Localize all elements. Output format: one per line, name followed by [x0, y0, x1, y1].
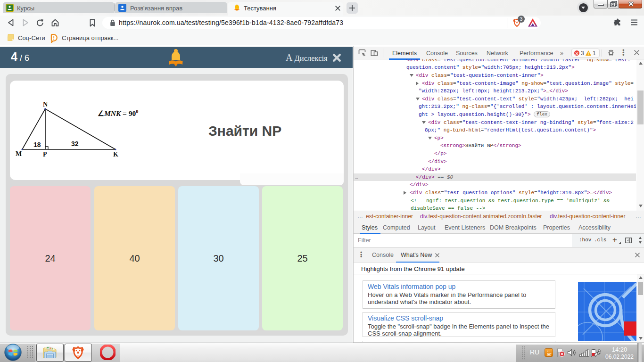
svg-text:N: N	[43, 101, 48, 108]
svg-text:P: P	[43, 151, 47, 158]
svg-text:18: 18	[33, 141, 41, 148]
svg-text:32: 32	[71, 140, 79, 148]
svg-text:∠MNK = 900: ∠MNK = 900	[98, 109, 138, 117]
svg-text:K: K	[113, 151, 118, 158]
svg-text:M: M	[16, 150, 22, 157]
